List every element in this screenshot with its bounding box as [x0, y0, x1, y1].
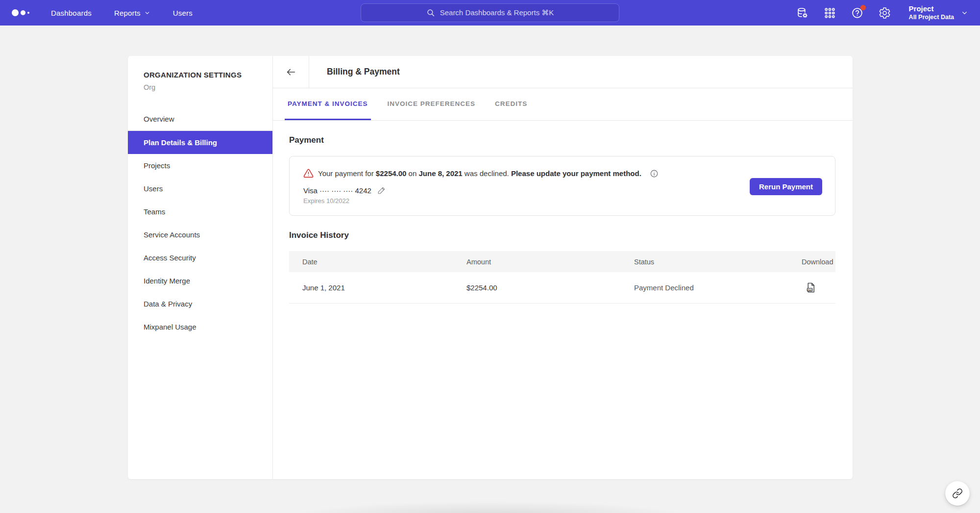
card-on-file: Visa ···· ···· ···· 4242 — [303, 186, 738, 195]
col-status: Status — [634, 258, 802, 266]
help-icon[interactable] — [851, 6, 864, 19]
billing-main-panel: Billing & Payment PAYMENT & INVOICES INV… — [273, 56, 853, 479]
sidebar-title: ORGANIZATION SETTINGS — [128, 71, 272, 79]
sidebar-item-mixpanel-usage[interactable]: Mixpanel Usage — [128, 315, 272, 338]
global-search-input[interactable]: Search Dashboards & Reports ⌘K — [361, 3, 619, 22]
sidebar-item-projects[interactable]: Projects — [128, 154, 272, 177]
declined-amount: $2254.00 — [376, 169, 407, 178]
col-date: Date — [302, 258, 466, 266]
tab-credits[interactable]: CREDITS — [492, 88, 530, 120]
settings-gear-icon[interactable] — [879, 6, 891, 19]
settings-card: ORGANIZATION SETTINGS Org Overview Plan … — [128, 56, 853, 479]
apps-grid-icon[interactable] — [824, 6, 836, 19]
billing-tabs: PAYMENT & INVOICES INVOICE PREFERENCES C… — [273, 88, 853, 121]
mixpanel-logo-icon[interactable] — [12, 9, 29, 16]
warning-triangle-icon — [303, 168, 314, 179]
nav-item-dashboards[interactable]: Dashboards — [51, 9, 92, 17]
copy-link-button[interactable] — [945, 481, 970, 506]
top-navbar: Dashboards Reports Users Search Dashboar… — [0, 0, 980, 26]
link-chain-icon — [952, 488, 963, 499]
sidebar-item-data-privacy[interactable]: Data & Privacy — [128, 292, 272, 315]
card-expiry: Expires 10/2022 — [303, 197, 738, 205]
sidebar-item-identity-merge[interactable]: Identity Merge — [128, 269, 272, 292]
payment-section-title: Payment — [289, 135, 835, 145]
invoice-row: June 1, 2021 $2254.00 Payment Declined P… — [289, 272, 835, 304]
org-name: Org — [128, 83, 272, 91]
invoice-amount: $2254.00 — [466, 283, 634, 292]
info-icon[interactable] — [650, 169, 659, 178]
org-settings-sidebar: ORGANIZATION SETTINGS Org Overview Plan … — [128, 56, 273, 479]
notification-badge — [860, 5, 866, 10]
nav-item-users[interactable]: Users — [173, 9, 193, 17]
navbar-right-tools: Project All Project Data — [796, 4, 968, 21]
edit-card-icon[interactable] — [377, 186, 386, 195]
page-title: Billing & Payment — [309, 56, 400, 88]
sidebar-nav: Overview Plan Details & Billing Projects… — [128, 107, 272, 338]
back-button[interactable] — [273, 56, 309, 88]
declined-alert-text: Your payment for $2254.00 on June 8, 202… — [303, 168, 738, 179]
rerun-payment-button[interactable]: Rerun Payment — [750, 178, 822, 195]
invoice-history-title: Invoice History — [289, 231, 835, 240]
chevron-down-icon — [961, 9, 968, 17]
chevron-down-icon — [144, 10, 150, 16]
invoice-table: Date Amount Status Download June 1, 2021… — [289, 251, 835, 304]
sidebar-item-service-accounts[interactable]: Service Accounts — [128, 223, 272, 246]
payment-declined-card: Your payment for $2254.00 on June 8, 202… — [289, 156, 835, 216]
sidebar-item-overview[interactable]: Overview — [128, 107, 272, 130]
project-value: All Project Data — [909, 14, 954, 22]
sidebar-item-users[interactable]: Users — [128, 177, 272, 200]
data-management-icon[interactable] — [796, 6, 809, 19]
invoice-table-header: Date Amount Status Download — [289, 251, 835, 272]
tab-content: Payment Your payment for $2254.00 on Jun… — [273, 121, 853, 479]
tab-payment-invoices[interactable]: PAYMENT & INVOICES — [285, 88, 371, 120]
card-number: Visa ···· ···· ···· 4242 — [303, 186, 371, 195]
project-switcher[interactable]: Project All Project Data — [909, 4, 968, 21]
project-label: Project — [909, 4, 954, 14]
sidebar-item-access-security[interactable]: Access Security — [128, 246, 272, 269]
arrow-left-icon — [286, 67, 296, 77]
col-amount: Amount — [466, 258, 634, 266]
col-download: Download — [802, 258, 833, 266]
sidebar-item-teams[interactable]: Teams — [128, 200, 272, 223]
sidebar-item-plan-details-billing[interactable]: Plan Details & Billing — [128, 131, 272, 154]
page-header: Billing & Payment — [273, 56, 853, 88]
download-pdf-icon[interactable]: PDF — [805, 282, 816, 293]
nav-item-reports[interactable]: Reports — [114, 9, 150, 17]
tab-invoice-preferences[interactable]: INVOICE PREFERENCES — [385, 88, 479, 120]
invoice-status: Payment Declined — [634, 283, 802, 292]
below-fold-shadow — [294, 501, 686, 513]
svg-text:PDF: PDF — [808, 289, 812, 291]
search-icon — [426, 8, 435, 17]
declined-date: June 8, 2021 — [418, 169, 462, 178]
primary-nav: Dashboards Reports Users — [51, 9, 193, 17]
search-placeholder: Search Dashboards & Reports ⌘K — [440, 8, 554, 17]
invoice-date: June 1, 2021 — [302, 283, 466, 292]
